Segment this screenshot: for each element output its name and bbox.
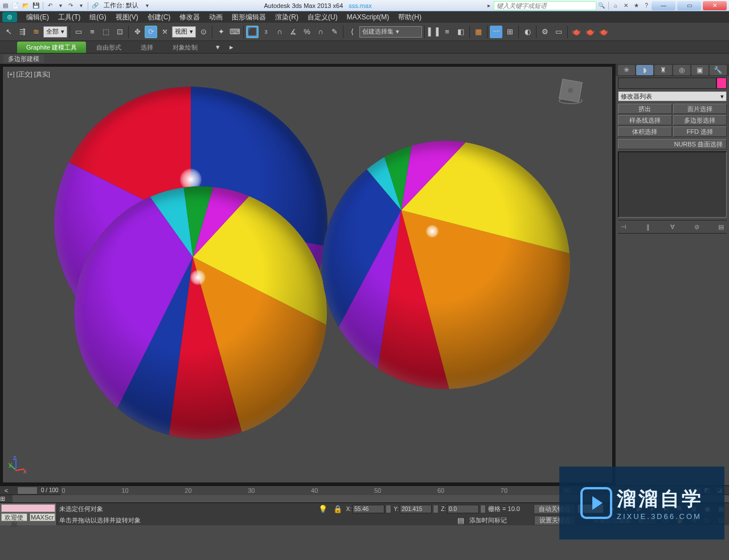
- timeline[interactable]: < 0 / 100 0102030405060708090100 ◩ ◪: [0, 485, 729, 494]
- select-link-icon[interactable]: ↖: [2, 26, 15, 38]
- modifier-list-dropdown[interactable]: 修改器列表▾: [618, 91, 727, 101]
- subscription-icon[interactable]: ⌂: [611, 1, 620, 10]
- utilities-tab-icon[interactable]: 🔧: [710, 65, 727, 75]
- menu-9[interactable]: 自定义(U): [303, 11, 342, 23]
- timeline-toggle2-icon[interactable]: ◪: [716, 487, 729, 494]
- coord-z-input[interactable]: [447, 505, 479, 513]
- undo-dd-icon[interactable]: ▾: [56, 1, 65, 10]
- object-color-swatch[interactable]: [716, 77, 727, 89]
- menu-3[interactable]: 视图(V): [111, 11, 143, 23]
- minimize-button[interactable]: —: [652, 1, 675, 10]
- bind-space-warp-icon[interactable]: ≋: [30, 26, 42, 38]
- isolate-icon[interactable]: 🔒: [331, 502, 344, 515]
- rendered-frame-icon[interactable]: ▭: [552, 26, 565, 38]
- rotate-icon[interactable]: ⟳: [145, 26, 157, 38]
- next-frame-icon[interactable]: ▸: [647, 504, 658, 514]
- show-end-result-icon[interactable]: ‖: [642, 222, 654, 232]
- workspace-dd-icon[interactable]: ▾: [142, 1, 151, 10]
- percent-icon[interactable]: %: [301, 26, 313, 38]
- make-unique-icon[interactable]: ∀: [667, 222, 678, 232]
- keyboard-shortcut-icon[interactable]: ⌨: [228, 26, 241, 38]
- infocenter-dd-icon[interactable]: ▸: [484, 1, 493, 10]
- select-object-icon[interactable]: ▭: [72, 26, 85, 38]
- unlink-icon[interactable]: ⇶: [16, 26, 28, 38]
- viewcube[interactable]: 前: [558, 78, 584, 104]
- redo-icon[interactable]: ↷: [66, 1, 75, 10]
- selection-filter-dropdown[interactable]: 全部▾: [43, 26, 67, 38]
- ribbon-tab-freeform[interactable]: 自由形式: [87, 42, 130, 53]
- menu-4[interactable]: 创建(C): [143, 11, 175, 23]
- select-manipulate-icon[interactable]: ✦: [215, 26, 227, 38]
- x-spinner[interactable]: [386, 505, 391, 513]
- help-icon[interactable]: ?: [642, 1, 651, 10]
- play-icon[interactable]: ▶: [633, 504, 645, 514]
- max-viewport-icon[interactable]: ⊡: [715, 515, 727, 525]
- modifier-btn-nurbs[interactable]: NURBS 曲面选择: [618, 139, 727, 149]
- current-frame-input[interactable]: [638, 516, 657, 525]
- redo-dd-icon[interactable]: ▾: [76, 1, 85, 10]
- zoom-extents-all-icon[interactable]: ▦: [715, 504, 727, 514]
- modifier-stack[interactable]: [618, 152, 727, 218]
- render-iterative-icon[interactable]: 🫖: [584, 26, 596, 38]
- named-selection-dropdown[interactable]: 创建选择集▾: [359, 26, 422, 38]
- modifier-btn-0[interactable]: 挤出: [618, 104, 672, 114]
- configure-sets-icon[interactable]: ▤: [715, 222, 727, 232]
- schematic-view-icon[interactable]: ⊞: [503, 26, 516, 38]
- link-icon[interactable]: 🔗: [91, 1, 100, 10]
- exchange-icon[interactable]: ✕: [621, 1, 630, 10]
- snap-toggle-icon[interactable]: ⬛: [246, 26, 259, 38]
- select-region-rect-icon[interactable]: ⬚: [100, 26, 112, 38]
- z-spinner[interactable]: [480, 505, 486, 513]
- goto-start-icon[interactable]: |◂: [606, 504, 617, 514]
- set-key-button[interactable]: 设置关键点: [534, 516, 576, 525]
- motion-tab-icon[interactable]: ◎: [673, 65, 690, 75]
- ribbon-tab-graphite[interactable]: Graphite 建模工具: [17, 42, 86, 53]
- ribbon-expand-icon[interactable]: ▾: [211, 41, 224, 54]
- edit-named-sel-icon[interactable]: ✎: [328, 26, 341, 38]
- modifier-btn-3[interactable]: 多边形选择: [673, 115, 727, 125]
- coord-y-input[interactable]: [400, 505, 432, 513]
- modifier-btn-1[interactable]: 面片选择: [673, 104, 727, 114]
- save-icon[interactable]: 💾: [31, 1, 40, 10]
- pan-icon[interactable]: ✋: [674, 515, 686, 525]
- time-config-icon[interactable]: ⏱: [660, 514, 672, 526]
- menu-1[interactable]: 工具(T): [54, 11, 85, 23]
- ref-coord-dropdown[interactable]: 视图▾: [172, 26, 196, 38]
- workspace-label[interactable]: 工作台: 默认: [100, 1, 142, 10]
- zoom-extents-icon[interactable]: ▣: [702, 504, 713, 514]
- select-by-name-icon[interactable]: ≡: [86, 26, 99, 38]
- menu-5[interactable]: 修改器: [175, 11, 204, 23]
- display-tab-icon[interactable]: ▣: [691, 65, 708, 75]
- fov-icon[interactable]: ▷: [702, 515, 713, 525]
- key-selection-dropdown[interactable]: 选定对: [578, 504, 604, 513]
- comm-center-icon[interactable]: ▤: [454, 514, 467, 526]
- maximize-button[interactable]: ▭: [677, 1, 701, 10]
- new-icon[interactable]: 📄: [11, 1, 20, 10]
- zoom-all-icon[interactable]: ⊞: [688, 504, 699, 514]
- viewport[interactable]: [+] [正交] [真实] 前: [2, 66, 613, 483]
- remove-modifier-icon[interactable]: ⊘: [691, 222, 702, 232]
- auto-key-button[interactable]: 自动关键点: [534, 504, 575, 514]
- menu-7[interactable]: 图形编辑器: [227, 11, 271, 23]
- prev-frame-icon[interactable]: ◂: [620, 504, 631, 514]
- modifier-btn-4[interactable]: 体积选择: [618, 126, 672, 137]
- time-slider[interactable]: [17, 487, 38, 494]
- hierarchy-tab-icon[interactable]: ♜: [654, 65, 671, 75]
- menu-11[interactable]: 帮助(H): [394, 11, 426, 23]
- align-icon[interactable]: ≡: [441, 26, 453, 38]
- y-spinner[interactable]: [433, 505, 439, 513]
- ribbon-pin-icon[interactable]: ▸: [225, 41, 237, 54]
- app-logo-icon[interactable]: ⊚: [2, 12, 17, 22]
- modifier-btn-2[interactable]: 样条线选择: [618, 115, 672, 125]
- welcome-button[interactable]: 欢迎使用: [1, 513, 27, 521]
- modifier-btn-5[interactable]: FFD 选择: [673, 126, 727, 137]
- graphite-toggle-icon[interactable]: ▦: [472, 26, 485, 38]
- add-time-tag[interactable]: 添加时间标记: [469, 516, 507, 525]
- render-activeshade-icon[interactable]: 🫖: [597, 26, 610, 38]
- object-name-input[interactable]: [618, 77, 716, 89]
- modify-tab-icon[interactable]: ◗: [636, 65, 653, 75]
- close-button[interactable]: ✕: [703, 1, 727, 10]
- lock-selection-icon[interactable]: 💡: [317, 502, 329, 515]
- use-pivot-center-icon[interactable]: ⊙: [197, 26, 210, 38]
- track-toggle-icon[interactable]: ⊞: [0, 495, 13, 502]
